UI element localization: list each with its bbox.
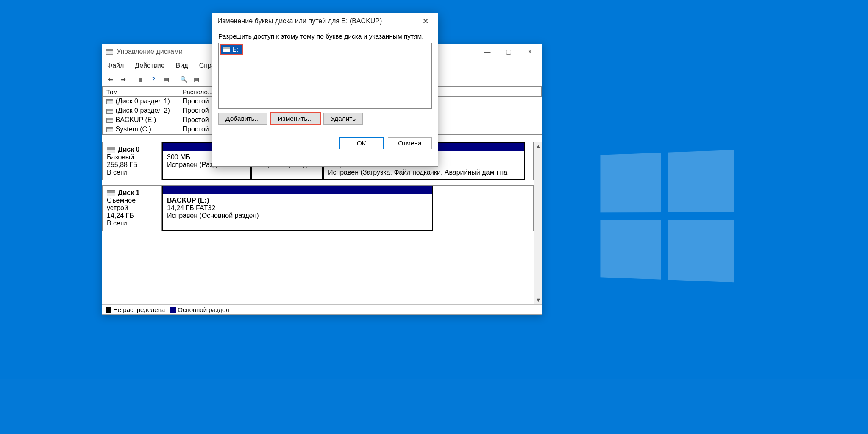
dialog-help-text: Разрешить доступ к этому тому по букве д… (218, 33, 432, 40)
dialog-title: Изменение буквы диска или путей для E: (… (217, 17, 418, 25)
change-button[interactable]: Изменить... (270, 113, 320, 125)
disk-icon (107, 147, 115, 153)
properties-icon[interactable]: ▤ (160, 74, 172, 85)
drive-letter-label: E: (232, 46, 239, 53)
volume-icon (106, 127, 113, 132)
partition[interactable]: BACKUP (E:)14,24 ГБ FAT32Исправен (Основ… (162, 186, 433, 231)
drive-icon (223, 47, 230, 52)
legend-primary-label: Основной раздел (178, 306, 229, 313)
disk-info: Диск 0Базовый255,88 ГБВ сети (103, 142, 162, 180)
cancel-button[interactable]: Отмена (388, 137, 432, 149)
change-drive-letter-dialog: Изменение буквы диска или путей для E: (… (212, 13, 438, 167)
app-icon (106, 49, 113, 55)
dialog-titlebar: Изменение буквы диска или путей для E: (… (212, 13, 438, 29)
drive-paths-listbox[interactable]: E: (218, 43, 432, 108)
volume-icon (106, 118, 113, 123)
legend: Не распределена Основной раздел (102, 304, 542, 314)
back-icon[interactable]: ⬅ (105, 74, 117, 85)
minimize-button[interactable]: — (477, 45, 498, 58)
menu-view[interactable]: Вид (174, 61, 190, 70)
col-volume[interactable]: Том (103, 87, 179, 97)
drive-letter-entry[interactable]: E: (220, 44, 243, 55)
scroll-up-icon[interactable]: ▴ (534, 142, 542, 150)
disk-info: Диск 1Съемное устрой14,24 ГБВ сети (103, 186, 162, 231)
legend-unalloc-label: Не распределена (113, 306, 165, 313)
close-button[interactable]: ✕ (519, 45, 540, 58)
menu-file[interactable]: Файл (106, 61, 125, 70)
list-icon[interactable]: ▦ (190, 74, 202, 85)
disk-row: Диск 1Съемное устрой14,24 ГБВ сетиBACKUP… (102, 185, 534, 231)
volume-icon (106, 99, 113, 104)
scroll-down-icon[interactable]: ▾ (534, 296, 542, 304)
legend-unalloc-swatch (106, 307, 111, 313)
ok-button[interactable]: OK (339, 137, 384, 149)
forward-icon[interactable]: ➡ (117, 74, 129, 85)
disk-icon (107, 190, 115, 196)
menu-action[interactable]: Действие (133, 61, 166, 70)
windows-logo-bg (600, 150, 734, 282)
dialog-close-icon[interactable]: ✕ (418, 15, 433, 28)
add-button[interactable]: Добавить... (218, 113, 267, 125)
help-icon[interactable]: ? (147, 74, 159, 85)
delete-button[interactable]: Удалить (323, 113, 363, 125)
scrollbar[interactable]: ▴ ▾ (534, 142, 542, 304)
maximize-button[interactable]: ▢ (498, 45, 519, 58)
legend-primary-swatch (170, 307, 176, 313)
volume-icon (106, 108, 113, 114)
refresh-icon[interactable]: 🔍 (178, 74, 189, 85)
show-hide-icon[interactable]: ▥ (135, 74, 147, 85)
